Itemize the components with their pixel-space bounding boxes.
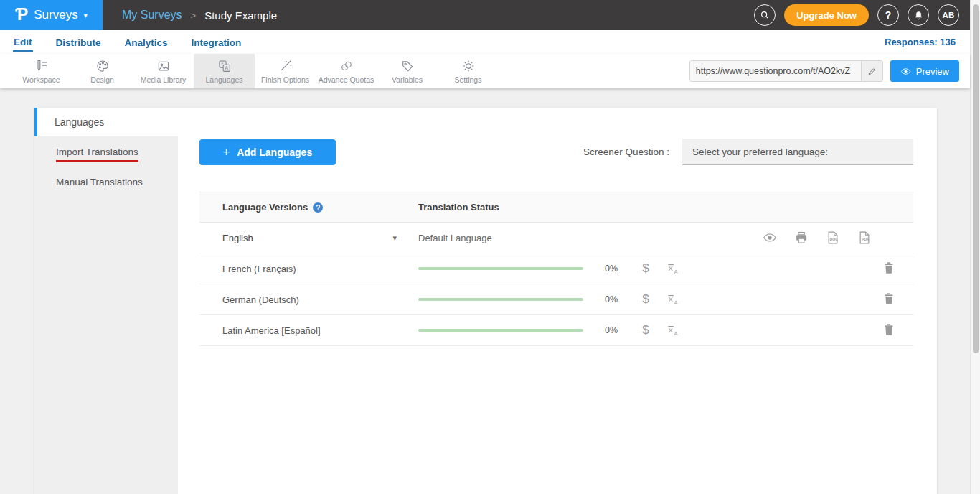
paid-translation-icon[interactable]: $ (641, 292, 651, 307)
screener-selected-value: Select your preferred language: (692, 146, 828, 157)
svg-text:A: A (225, 65, 228, 70)
trash-icon[interactable] (882, 292, 896, 306)
paid-translation-icon[interactable]: $ (641, 261, 651, 276)
chevron-down-icon[interactable]: ▾ (392, 233, 397, 243)
survey-tab-bar: Edit Distribute Analytics Integration Re… (0, 30, 970, 54)
add-languages-label: Add Languages (237, 146, 312, 158)
screener-question-group: Screener Question : Select your preferre… (583, 139, 913, 165)
toolbar-item-advance-quotas[interactable]: Advance Quotas (316, 54, 377, 88)
export-pdf-icon[interactable]: PDF (857, 230, 872, 245)
table-row-default-language: English ▾ Default Language (199, 223, 913, 253)
responses-count-link[interactable]: Responses: 136 (885, 37, 956, 47)
toolbar-item-media-library[interactable]: Media Library (133, 54, 194, 88)
print-icon[interactable] (794, 230, 809, 245)
table-row-latin-america: Latin America [Español] 0% $ X A (199, 315, 913, 346)
toolbar-item-variables[interactable]: Variables (377, 54, 438, 88)
magic-wand-icon (278, 59, 293, 73)
help-icon[interactable]: ? (313, 202, 323, 213)
upgrade-now-button[interactable]: Upgrade Now (784, 4, 869, 26)
toolbar-item-finish-options[interactable]: Finish Options (255, 54, 316, 88)
toolbar-item-label: Variables (392, 75, 423, 84)
svg-text:X: X (669, 264, 674, 272)
status-cell: 0% $ X A (418, 261, 913, 277)
top-bar: Ƥ Surveys ▾ My Surveys > Study Example U… (0, 0, 970, 30)
auto-translate-icon[interactable]: X A (666, 262, 680, 276)
tab-edit[interactable]: Edit (13, 32, 33, 52)
auto-translate-icon[interactable]: X A (666, 324, 680, 337)
notifications-button[interactable] (908, 4, 929, 26)
translation-percent: 0% (605, 325, 622, 335)
paid-translation-icon[interactable]: $ (641, 323, 651, 337)
plus-icon: + (223, 146, 230, 159)
palette-icon (95, 59, 110, 73)
topbar-actions: Upgrade Now ? AB (754, 4, 970, 26)
language-name: German (Deutsch) (222, 294, 299, 305)
search-button[interactable] (754, 4, 776, 26)
toolbar-item-workspace[interactable]: Workspace (11, 54, 72, 88)
pencil-icon (867, 67, 877, 76)
language-name: English (222, 233, 253, 243)
screener-question-label: Screener Question : (583, 146, 669, 157)
auto-translate-icon[interactable]: X A (666, 293, 680, 307)
language-name-cell: Latin America [Español] (199, 325, 418, 336)
language-name-cell: French (Français) (199, 264, 418, 274)
help-button[interactable]: ? (877, 4, 899, 26)
translation-progress-bar (418, 298, 583, 301)
toolbar-right-group: Preview (689, 60, 970, 82)
survey-url-group (689, 60, 883, 82)
page-scrollbar (970, 0, 980, 494)
view-eye-icon[interactable] (763, 230, 777, 245)
breadcrumb: My Surveys > Study Example (122, 9, 277, 22)
svg-text:X: X (669, 326, 674, 334)
image-icon (156, 59, 171, 73)
gear-icon (461, 59, 476, 73)
content-top-row: + Add Languages Screener Question : Sele… (199, 139, 937, 165)
toolbar-item-design[interactable]: Design (72, 54, 133, 88)
export-doc-icon[interactable]: DOC (826, 230, 840, 245)
tab-integration[interactable]: Integration (191, 33, 242, 51)
languages-content: + Add Languages Screener Question : Sele… (178, 108, 937, 494)
edit-url-button[interactable] (861, 60, 882, 82)
app-window: Ƥ Surveys ▾ My Surveys > Study Example U… (0, 0, 970, 494)
trash-icon[interactable] (882, 322, 896, 337)
scrollbar-thumb[interactable] (973, 4, 979, 353)
language-name: Latin America [Español] (222, 325, 321, 336)
toolbar-item-languages[interactable]: * A Languages (194, 54, 255, 88)
languages-sidebar: Languages Import Translations Manual Tra… (34, 108, 178, 494)
toolbar-item-label: Settings (455, 75, 482, 84)
avatar-initials: AB (942, 11, 954, 19)
toolbar-item-label: Advance Quotas (319, 75, 374, 84)
tab-analytics[interactable]: Analytics (124, 33, 169, 51)
product-switcher[interactable]: Ƥ Surveys ▾ (0, 0, 103, 30)
preview-label: Preview (916, 66, 949, 77)
table-row-french: French (Français) 0% $ X A (199, 253, 913, 284)
status-cell: 0% $ X A (418, 292, 913, 308)
survey-url-input[interactable] (690, 61, 861, 81)
preview-button[interactable]: Preview (890, 60, 959, 82)
screener-question-select[interactable]: Select your preferred language: (682, 139, 913, 165)
svg-text:A: A (674, 269, 678, 274)
chain-links-icon (339, 59, 354, 73)
breadcrumb-my-surveys[interactable]: My Surveys (122, 9, 182, 22)
status-cell: Default Language (418, 230, 913, 245)
toolbar-item-label: Media Library (141, 75, 187, 84)
translation-percent: 0% (605, 294, 622, 304)
sidebar-item-label: Import Translations (56, 146, 138, 162)
sidebar-section-languages[interactable]: Languages (34, 108, 178, 136)
tab-distribute[interactable]: Distribute (55, 33, 102, 51)
add-languages-button[interactable]: + Add Languages (199, 139, 336, 165)
toolbar-item-label: Finish Options (261, 75, 309, 84)
sidebar-item-import-translations[interactable]: Import Translations (34, 136, 178, 167)
tag-icon (400, 59, 415, 73)
translation-percent: 0% (605, 264, 622, 274)
survey-title: Study Example (204, 9, 277, 22)
delete-cell (882, 292, 913, 308)
sidebar-item-manual-translations[interactable]: Manual Translations (34, 167, 178, 195)
language-name-cell: English ▾ (199, 233, 418, 243)
default-language-label: Default Language (418, 233, 492, 243)
user-avatar[interactable]: AB (938, 4, 959, 26)
trash-icon[interactable] (882, 261, 896, 275)
toolbar-item-settings[interactable]: Settings (438, 54, 499, 88)
status-cell: 0% $ X A (418, 322, 913, 339)
column-label: Translation Status (418, 202, 499, 213)
